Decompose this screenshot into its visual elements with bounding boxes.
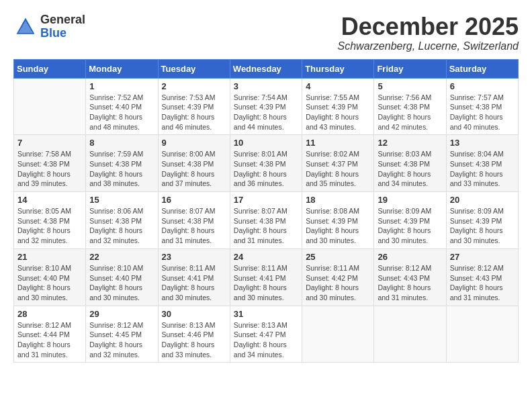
calendar-cell: 14Sunrise: 8:05 AMSunset: 4:38 PMDayligh… xyxy=(14,192,86,249)
day-info: Sunrise: 8:09 AMSunset: 4:39 PMDaylight:… xyxy=(450,206,515,246)
day-number: 18 xyxy=(306,195,370,205)
day-info: Sunrise: 7:58 AMSunset: 4:38 PMDaylight:… xyxy=(17,149,82,189)
calendar-cell: 20Sunrise: 8:09 AMSunset: 4:39 PMDayligh… xyxy=(446,192,518,249)
day-number: 19 xyxy=(378,195,442,205)
day-number: 21 xyxy=(17,252,82,262)
calendar-table: SundayMondayTuesdayWednesdayThursdayFrid… xyxy=(13,59,519,363)
calendar-cell: 6Sunrise: 7:57 AMSunset: 4:38 PMDaylight… xyxy=(446,78,518,135)
day-info: Sunrise: 8:11 AMSunset: 4:41 PMDaylight:… xyxy=(234,263,298,303)
day-number: 24 xyxy=(234,252,298,262)
day-number: 28 xyxy=(17,309,82,319)
calendar-cell: 7Sunrise: 7:58 AMSunset: 4:38 PMDaylight… xyxy=(14,135,86,192)
day-header-saturday: Saturday xyxy=(446,59,518,78)
day-info: Sunrise: 8:10 AMSunset: 4:40 PMDaylight:… xyxy=(17,263,82,303)
calendar-week-4: 21Sunrise: 8:10 AMSunset: 4:40 PMDayligh… xyxy=(14,248,519,306)
day-number: 11 xyxy=(306,138,370,148)
day-info: Sunrise: 7:54 AMSunset: 4:39 PMDaylight:… xyxy=(234,93,298,132)
calendar-cell: 22Sunrise: 8:10 AMSunset: 4:40 PMDayligh… xyxy=(86,248,158,306)
day-number: 20 xyxy=(450,195,515,205)
calendar-cell: 3Sunrise: 7:54 AMSunset: 4:39 PMDaylight… xyxy=(230,78,302,135)
calendar-cell: 10Sunrise: 8:01 AMSunset: 4:38 PMDayligh… xyxy=(230,135,302,192)
day-header-friday: Friday xyxy=(374,59,446,78)
calendar-cell: 30Sunrise: 8:13 AMSunset: 4:46 PMDayligh… xyxy=(158,306,230,363)
calendar-cell xyxy=(14,78,86,135)
day-info: Sunrise: 8:11 AMSunset: 4:41 PMDaylight:… xyxy=(162,263,226,303)
month-title: December 2025 xyxy=(338,13,519,40)
day-header-tuesday: Tuesday xyxy=(158,59,230,78)
day-info: Sunrise: 8:12 AMSunset: 4:43 PMDaylight:… xyxy=(378,263,442,303)
day-number: 10 xyxy=(234,138,298,148)
calendar-cell: 1Sunrise: 7:52 AMSunset: 4:40 PMDaylight… xyxy=(86,78,158,135)
day-number: 8 xyxy=(89,138,154,148)
day-number: 30 xyxy=(162,309,226,319)
day-number: 25 xyxy=(306,252,370,262)
calendar-header: SundayMondayTuesdayWednesdayThursdayFrid… xyxy=(14,59,519,78)
calendar-cell: 8Sunrise: 7:59 AMSunset: 4:38 PMDaylight… xyxy=(86,135,158,192)
day-info: Sunrise: 8:04 AMSunset: 4:38 PMDaylight:… xyxy=(450,149,515,189)
calendar-cell: 24Sunrise: 8:11 AMSunset: 4:41 PMDayligh… xyxy=(230,248,302,306)
day-number: 31 xyxy=(234,309,298,319)
day-info: Sunrise: 8:12 AMSunset: 4:45 PMDaylight:… xyxy=(89,320,154,360)
day-number: 22 xyxy=(89,252,154,262)
logo-icon xyxy=(13,15,38,39)
logo-text: General Blue xyxy=(40,13,85,40)
day-number: 3 xyxy=(234,81,298,91)
day-number: 7 xyxy=(17,138,82,148)
calendar-cell: 19Sunrise: 8:09 AMSunset: 4:39 PMDayligh… xyxy=(374,192,446,249)
calendar-cell: 2Sunrise: 7:53 AMSunset: 4:39 PMDaylight… xyxy=(158,78,230,135)
day-info: Sunrise: 7:53 AMSunset: 4:39 PMDaylight:… xyxy=(162,93,226,132)
day-number: 15 xyxy=(89,195,154,205)
calendar-cell: 28Sunrise: 8:12 AMSunset: 4:44 PMDayligh… xyxy=(14,306,86,363)
calendar-week-2: 7Sunrise: 7:58 AMSunset: 4:38 PMDaylight… xyxy=(14,135,519,192)
calendar-cell: 4Sunrise: 7:55 AMSunset: 4:39 PMDaylight… xyxy=(302,78,374,135)
calendar-week-5: 28Sunrise: 8:12 AMSunset: 4:44 PMDayligh… xyxy=(14,306,519,363)
day-number: 14 xyxy=(17,195,82,205)
day-number: 2 xyxy=(162,81,226,91)
day-info: Sunrise: 7:52 AMSunset: 4:40 PMDaylight:… xyxy=(89,93,154,132)
day-info: Sunrise: 8:06 AMSunset: 4:38 PMDaylight:… xyxy=(89,206,154,246)
day-info: Sunrise: 8:10 AMSunset: 4:40 PMDaylight:… xyxy=(89,263,154,303)
calendar-cell: 13Sunrise: 8:04 AMSunset: 4:38 PMDayligh… xyxy=(446,135,518,192)
calendar-cell: 9Sunrise: 8:00 AMSunset: 4:38 PMDaylight… xyxy=(158,135,230,192)
day-number: 6 xyxy=(450,81,515,91)
day-info: Sunrise: 8:00 AMSunset: 4:38 PMDaylight:… xyxy=(162,149,226,189)
calendar-cell: 25Sunrise: 8:11 AMSunset: 4:42 PMDayligh… xyxy=(302,248,374,306)
day-header-monday: Monday xyxy=(86,59,158,78)
day-info: Sunrise: 8:02 AMSunset: 4:37 PMDaylight:… xyxy=(306,149,370,189)
day-number: 9 xyxy=(162,138,226,148)
day-number: 12 xyxy=(378,138,442,148)
day-info: Sunrise: 8:11 AMSunset: 4:42 PMDaylight:… xyxy=(306,263,370,303)
location: Schwarzenberg, Lucerne, Switzerland xyxy=(338,40,519,52)
svg-marker-1 xyxy=(18,21,33,33)
day-info: Sunrise: 8:07 AMSunset: 4:38 PMDaylight:… xyxy=(162,206,226,246)
title-block: December 2025 Schwarzenberg, Lucerne, Sw… xyxy=(338,13,519,52)
calendar-cell: 12Sunrise: 8:03 AMSunset: 4:38 PMDayligh… xyxy=(374,135,446,192)
day-number: 17 xyxy=(234,195,298,205)
logo: General Blue xyxy=(13,13,85,40)
day-number: 4 xyxy=(306,81,370,91)
day-header-sunday: Sunday xyxy=(14,59,86,78)
calendar-cell xyxy=(374,306,446,363)
calendar-cell xyxy=(446,306,518,363)
day-number: 13 xyxy=(450,138,515,148)
calendar-cell: 5Sunrise: 7:56 AMSunset: 4:38 PMDaylight… xyxy=(374,78,446,135)
calendar-cell: 31Sunrise: 8:13 AMSunset: 4:47 PMDayligh… xyxy=(230,306,302,363)
day-info: Sunrise: 7:59 AMSunset: 4:38 PMDaylight:… xyxy=(89,149,154,189)
day-info: Sunrise: 8:13 AMSunset: 4:46 PMDaylight:… xyxy=(162,320,226,360)
day-info: Sunrise: 8:01 AMSunset: 4:38 PMDaylight:… xyxy=(234,149,298,189)
day-header-wednesday: Wednesday xyxy=(230,59,302,78)
calendar-week-1: 1Sunrise: 7:52 AMSunset: 4:40 PMDaylight… xyxy=(14,78,519,135)
page-header: General Blue December 2025 Schwarzenberg… xyxy=(13,13,519,52)
calendar-cell: 11Sunrise: 8:02 AMSunset: 4:37 PMDayligh… xyxy=(302,135,374,192)
day-info: Sunrise: 8:12 AMSunset: 4:43 PMDaylight:… xyxy=(450,263,515,303)
calendar-cell: 23Sunrise: 8:11 AMSunset: 4:41 PMDayligh… xyxy=(158,248,230,306)
day-number: 27 xyxy=(450,252,515,262)
day-header-thursday: Thursday xyxy=(302,59,374,78)
day-info: Sunrise: 8:09 AMSunset: 4:39 PMDaylight:… xyxy=(378,206,442,246)
calendar-cell: 26Sunrise: 8:12 AMSunset: 4:43 PMDayligh… xyxy=(374,248,446,306)
calendar-cell: 29Sunrise: 8:12 AMSunset: 4:45 PMDayligh… xyxy=(86,306,158,363)
day-info: Sunrise: 8:12 AMSunset: 4:44 PMDaylight:… xyxy=(17,320,82,360)
calendar-cell: 17Sunrise: 8:07 AMSunset: 4:38 PMDayligh… xyxy=(230,192,302,249)
day-info: Sunrise: 8:03 AMSunset: 4:38 PMDaylight:… xyxy=(378,149,442,189)
calendar-cell: 15Sunrise: 8:06 AMSunset: 4:38 PMDayligh… xyxy=(86,192,158,249)
